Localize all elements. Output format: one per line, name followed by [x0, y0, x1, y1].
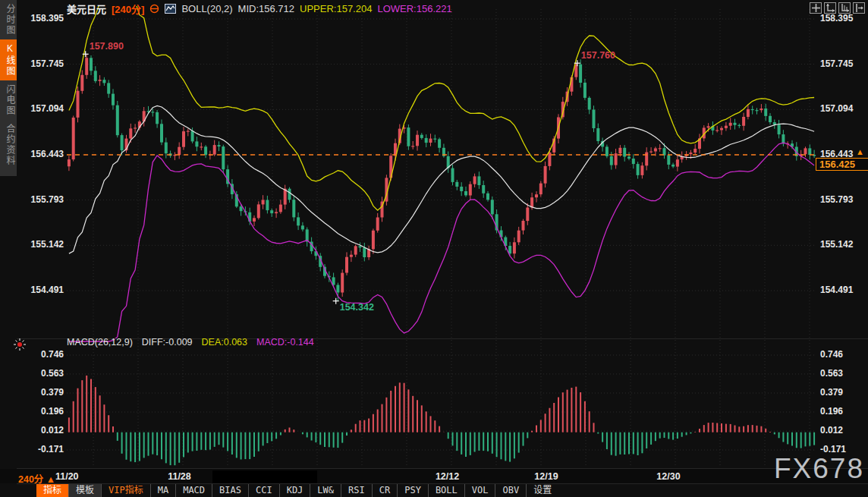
macd-params-label: MACD(26,12,9) [67, 337, 133, 348]
price-axis-label: 154.491 [17, 285, 64, 295]
kline-chart-app: 分时图K线图闪电图合约资料 美元日元 [240分] BOLL(20,2) MID… [0, 0, 868, 497]
macd-axis-label: 0.563 [17, 368, 64, 379]
alert-burst-icon [14, 338, 26, 354]
axis-adjust-left-icon[interactable] [824, 2, 836, 14]
macd-diff-value: DIFF:-0.009 [142, 337, 193, 348]
price-annotation-high-2: 157.760 [581, 50, 615, 61]
boll-lower-value: LOWER:156.221 [377, 3, 451, 14]
macd-axis-label: 0.379 [17, 387, 64, 398]
macd-axis-label: 0.379 [820, 387, 843, 398]
symbol-title: 美元日元 [67, 2, 106, 16]
toolbar-item[interactable]: RSI [341, 484, 372, 497]
price-axis-label: 157.094 [17, 103, 64, 114]
boll-label: BOLL(20,2) [181, 3, 232, 14]
price-axis-label: 156.443 [17, 149, 64, 159]
sidebar: 分时图K线图闪电图合约资料 [0, 0, 17, 176]
price-axis-label: 154.491 [820, 285, 853, 295]
toolbar-item[interactable]: VIP指标 [101, 484, 150, 497]
toolbar-item[interactable]: LW& [310, 484, 341, 497]
chart-tool-icons [810, 2, 865, 14]
toolbar-item[interactable]: 指标 [36, 484, 68, 497]
toolbar-item[interactable]: OBV [495, 484, 526, 497]
chart-header: 美元日元 [240分] BOLL(20,2) MID:156.712 UPPER… [67, 2, 452, 15]
toolbar-item[interactable]: MACD [175, 484, 212, 497]
price-annotation-high-1: 157.890 [90, 41, 124, 52]
macd-axis-label: 0.012 [17, 425, 64, 436]
date-tick-label: 12/19 [534, 471, 558, 482]
price-axis-label: 155.142 [820, 239, 853, 250]
toolbar-item[interactable]: BOLL [428, 484, 464, 497]
sidebar-tab-active[interactable]: K线图 [0, 39, 17, 80]
toolbar-item[interactable]: CCI [248, 484, 279, 497]
toolbar-item[interactable]: 设置 [526, 484, 558, 497]
date-tick-label: 12/30 [656, 471, 680, 482]
chart-canvas[interactable] [0, 0, 868, 497]
toolbar-item[interactable]: 模板 [68, 484, 101, 497]
macd-dea-value: DEA:0.063 [202, 337, 247, 348]
price-axis-label: 157.745 [17, 58, 64, 69]
sidebar-tab-item[interactable]: 分时图 [0, 0, 17, 39]
pan-right-icon[interactable] [853, 2, 865, 14]
move-icon[interactable] [810, 2, 822, 14]
sidebar-tab-item[interactable]: 合约资料 [0, 120, 17, 170]
date-tick-label: 11/28 [168, 471, 191, 482]
price-axis-label: 158.395 [17, 13, 64, 24]
axis-adjust-right-icon[interactable] [838, 2, 851, 14]
toolbar-item[interactable]: CR [372, 484, 397, 497]
blank-overlay [212, 470, 317, 483]
macd-axis-label: 0.196 [17, 406, 64, 417]
date-tick-label: 12/12 [436, 471, 459, 482]
price-annotation-low: 154.342 [340, 302, 374, 313]
macd-axis-label: -0.171 [17, 444, 64, 455]
period-label[interactable]: [240分] [112, 2, 144, 16]
indicator-chart-icon[interactable] [165, 4, 176, 14]
toolbar-item[interactable]: VOL [464, 484, 495, 497]
date-axis: 240分 ▲ 11/2011/2812/1212/1912/30 [0, 469, 868, 483]
watermark-logo: FX678 [774, 453, 864, 485]
macd-header: MACD(26,12,9) DIFF:-0.009 DEA:0.063 MACD… [67, 337, 314, 348]
boll-upper-value: UPPER:157.204 [300, 3, 372, 14]
toolbar-item[interactable]: MA [150, 484, 175, 497]
price-axis-label: 158.395 [820, 13, 853, 24]
toolbar-item[interactable]: KDJ [279, 484, 310, 497]
indicator-toolbar: 指标模板VIP指标MAMACDBIASCCIKDJLW&RSICRPSYBOLL… [36, 484, 558, 497]
last-price-tag: 156.425 [816, 158, 868, 171]
price-axis-label: 157.094 [820, 103, 853, 114]
boll-mid-value: MID:156.712 [238, 3, 294, 14]
price-axis-label: 155.142 [17, 239, 64, 250]
macd-macd-value: MACD:-0.144 [256, 337, 314, 348]
macd-axis-label: 0.012 [820, 425, 843, 436]
macd-axis-label: 0.196 [820, 406, 843, 417]
target-icon[interactable] [149, 4, 159, 14]
date-tick-label: 11/20 [55, 471, 79, 482]
toolbar-item[interactable]: PSY [397, 484, 428, 497]
toolbar-item[interactable]: BIAS [212, 484, 248, 497]
sidebar-tab-item[interactable]: 闪电图 [0, 80, 17, 120]
price-axis-label: 155.793 [17, 194, 64, 205]
macd-axis-label: 0.746 [820, 349, 843, 360]
price-up-arrow-icon: ▲ [856, 147, 864, 156]
price-axis-label: 155.793 [820, 194, 853, 205]
macd-axis-label: 0.563 [820, 368, 843, 379]
price-axis-label: 157.745 [820, 58, 853, 69]
